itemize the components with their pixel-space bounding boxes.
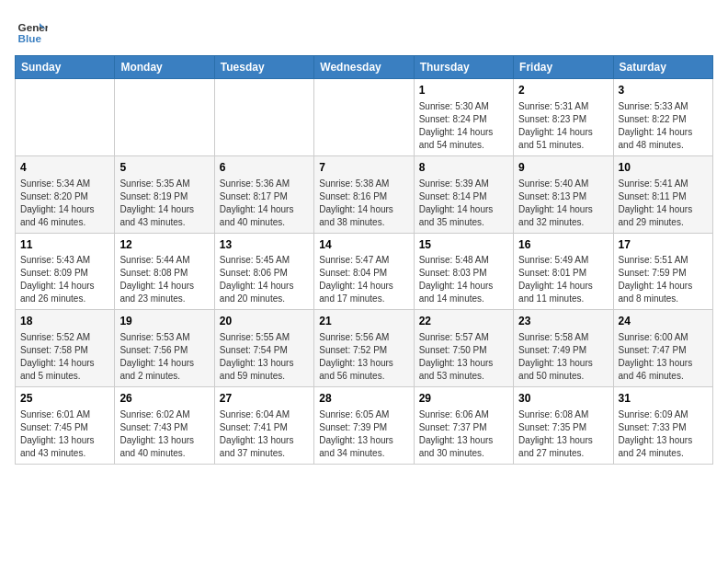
day-number: 25 [20, 391, 109, 407]
header-cell-saturday: Saturday [613, 56, 712, 79]
day-number: 17 [619, 237, 708, 253]
day-info: Sunrise: 5:44 AM Sunset: 8:08 PM Dayligh… [119, 254, 209, 305]
day-number: 14 [319, 237, 408, 253]
day-number: 20 [220, 314, 309, 329]
day-info: Sunrise: 6:08 AM Sunset: 7:35 PM Dayligh… [518, 408, 608, 460]
logo: General Blue [15, 15, 50, 48]
day-number: 2 [518, 83, 608, 98]
day-cell [115, 79, 214, 156]
day-cell: 21Sunrise: 5:56 AM Sunset: 7:52 PM Dayli… [314, 310, 414, 387]
day-number: 13 [220, 237, 309, 253]
day-cell: 28Sunrise: 6:05 AM Sunset: 7:39 PM Dayli… [314, 387, 414, 465]
day-number: 21 [319, 314, 408, 329]
logo-icon: General Blue [15, 15, 48, 48]
day-cell [314, 79, 414, 156]
day-number: 24 [619, 314, 708, 329]
day-cell: 8Sunrise: 5:39 AM Sunset: 8:14 PM Daylig… [414, 155, 513, 233]
day-cell: 22Sunrise: 5:57 AM Sunset: 7:50 PM Dayli… [414, 310, 513, 387]
day-info: Sunrise: 5:48 AM Sunset: 8:03 PM Dayligh… [419, 254, 508, 305]
day-info: Sunrise: 5:35 AM Sunset: 8:19 PM Dayligh… [119, 178, 209, 229]
day-cell: 24Sunrise: 6:00 AM Sunset: 7:47 PM Dayli… [613, 310, 712, 387]
page-header: General Blue [15, 15, 713, 48]
day-cell: 17Sunrise: 5:51 AM Sunset: 7:59 PM Dayli… [613, 233, 712, 310]
day-info: Sunrise: 6:06 AM Sunset: 7:37 PM Dayligh… [419, 408, 508, 460]
day-number: 10 [619, 160, 708, 176]
day-info: Sunrise: 5:57 AM Sunset: 7:50 PM Dayligh… [419, 331, 508, 383]
header-cell-sunday: Sunday [16, 56, 115, 79]
day-number: 12 [119, 237, 209, 253]
day-number: 16 [518, 237, 608, 253]
day-cell: 20Sunrise: 5:55 AM Sunset: 7:54 PM Dayli… [214, 310, 313, 387]
day-cell: 6Sunrise: 5:36 AM Sunset: 8:17 PM Daylig… [214, 155, 313, 233]
day-cell: 10Sunrise: 5:41 AM Sunset: 8:11 PM Dayli… [613, 155, 712, 233]
day-cell: 14Sunrise: 5:47 AM Sunset: 8:04 PM Dayli… [314, 233, 414, 310]
day-cell: 23Sunrise: 5:58 AM Sunset: 7:49 PM Dayli… [514, 310, 613, 387]
day-cell: 25Sunrise: 6:01 AM Sunset: 7:45 PM Dayli… [16, 387, 115, 465]
svg-text:Blue: Blue [18, 32, 42, 44]
day-number: 11 [20, 237, 109, 253]
week-row-3: 11Sunrise: 5:43 AM Sunset: 8:09 PM Dayli… [16, 233, 713, 310]
day-info: Sunrise: 5:51 AM Sunset: 7:59 PM Dayligh… [619, 254, 708, 305]
day-cell: 2Sunrise: 5:31 AM Sunset: 8:23 PM Daylig… [514, 79, 613, 156]
day-info: Sunrise: 6:01 AM Sunset: 7:45 PM Dayligh… [20, 408, 109, 460]
day-cell: 27Sunrise: 6:04 AM Sunset: 7:41 PM Dayli… [214, 387, 313, 465]
day-cell: 30Sunrise: 6:08 AM Sunset: 7:35 PM Dayli… [514, 387, 613, 465]
day-cell: 29Sunrise: 6:06 AM Sunset: 7:37 PM Dayli… [414, 387, 513, 465]
day-number: 7 [319, 160, 408, 176]
day-info: Sunrise: 5:33 AM Sunset: 8:22 PM Dayligh… [619, 100, 708, 152]
day-info: Sunrise: 6:02 AM Sunset: 7:43 PM Dayligh… [119, 408, 209, 460]
day-number: 18 [20, 314, 109, 329]
day-info: Sunrise: 5:55 AM Sunset: 7:54 PM Dayligh… [220, 331, 309, 383]
day-info: Sunrise: 6:04 AM Sunset: 7:41 PM Dayligh… [220, 408, 309, 460]
header-cell-wednesday: Wednesday [314, 56, 414, 79]
day-info: Sunrise: 5:45 AM Sunset: 8:06 PM Dayligh… [220, 254, 309, 305]
day-number: 1 [419, 83, 508, 98]
calendar-header-row: SundayMondayTuesdayWednesdayThursdayFrid… [16, 56, 713, 79]
day-number: 9 [518, 160, 608, 176]
day-cell: 18Sunrise: 5:52 AM Sunset: 7:58 PM Dayli… [16, 310, 115, 387]
day-cell [214, 79, 313, 156]
day-number: 19 [119, 314, 209, 329]
day-info: Sunrise: 5:40 AM Sunset: 8:13 PM Dayligh… [518, 178, 608, 229]
header-cell-thursday: Thursday [414, 56, 513, 79]
day-cell: 7Sunrise: 5:38 AM Sunset: 8:16 PM Daylig… [314, 155, 414, 233]
week-row-2: 4Sunrise: 5:34 AM Sunset: 8:20 PM Daylig… [16, 155, 713, 233]
header-cell-tuesday: Tuesday [214, 56, 313, 79]
day-cell: 4Sunrise: 5:34 AM Sunset: 8:20 PM Daylig… [16, 155, 115, 233]
day-cell: 13Sunrise: 5:45 AM Sunset: 8:06 PM Dayli… [214, 233, 313, 310]
day-cell: 15Sunrise: 5:48 AM Sunset: 8:03 PM Dayli… [414, 233, 513, 310]
day-cell: 12Sunrise: 5:44 AM Sunset: 8:08 PM Dayli… [115, 233, 214, 310]
day-info: Sunrise: 5:41 AM Sunset: 8:11 PM Dayligh… [619, 178, 708, 229]
day-cell: 9Sunrise: 5:40 AM Sunset: 8:13 PM Daylig… [514, 155, 613, 233]
day-info: Sunrise: 6:05 AM Sunset: 7:39 PM Dayligh… [319, 408, 408, 460]
header-cell-friday: Friday [514, 56, 613, 79]
header-cell-monday: Monday [115, 56, 214, 79]
day-number: 30 [518, 391, 608, 407]
day-cell: 31Sunrise: 6:09 AM Sunset: 7:33 PM Dayli… [613, 387, 712, 465]
day-info: Sunrise: 5:56 AM Sunset: 7:52 PM Dayligh… [319, 331, 408, 383]
day-info: Sunrise: 5:49 AM Sunset: 8:01 PM Dayligh… [518, 254, 608, 305]
day-info: Sunrise: 5:34 AM Sunset: 8:20 PM Dayligh… [20, 178, 109, 229]
day-info: Sunrise: 5:43 AM Sunset: 8:09 PM Dayligh… [20, 254, 109, 305]
day-info: Sunrise: 5:31 AM Sunset: 8:23 PM Dayligh… [518, 100, 608, 152]
day-info: Sunrise: 5:53 AM Sunset: 7:56 PM Dayligh… [119, 331, 209, 383]
day-cell: 11Sunrise: 5:43 AM Sunset: 8:09 PM Dayli… [16, 233, 115, 310]
day-info: Sunrise: 5:38 AM Sunset: 8:16 PM Dayligh… [319, 178, 408, 229]
day-cell: 16Sunrise: 5:49 AM Sunset: 8:01 PM Dayli… [514, 233, 613, 310]
day-number: 23 [518, 314, 608, 329]
day-cell: 19Sunrise: 5:53 AM Sunset: 7:56 PM Dayli… [115, 310, 214, 387]
day-number: 26 [119, 391, 209, 407]
day-number: 22 [419, 314, 508, 329]
day-info: Sunrise: 5:36 AM Sunset: 8:17 PM Dayligh… [220, 178, 309, 229]
day-info: Sunrise: 5:39 AM Sunset: 8:14 PM Dayligh… [419, 178, 508, 229]
day-info: Sunrise: 5:58 AM Sunset: 7:49 PM Dayligh… [518, 331, 608, 383]
day-info: Sunrise: 6:00 AM Sunset: 7:47 PM Dayligh… [619, 331, 708, 383]
week-row-4: 18Sunrise: 5:52 AM Sunset: 7:58 PM Dayli… [16, 310, 713, 387]
day-number: 31 [619, 391, 708, 407]
week-row-5: 25Sunrise: 6:01 AM Sunset: 7:45 PM Dayli… [16, 387, 713, 465]
day-number: 4 [20, 160, 109, 176]
day-number: 27 [220, 391, 309, 407]
day-number: 28 [319, 391, 408, 407]
day-info: Sunrise: 5:30 AM Sunset: 8:24 PM Dayligh… [419, 100, 508, 152]
day-info: Sunrise: 6:09 AM Sunset: 7:33 PM Dayligh… [619, 408, 708, 460]
